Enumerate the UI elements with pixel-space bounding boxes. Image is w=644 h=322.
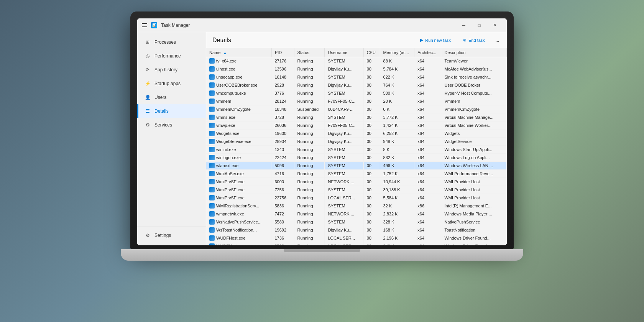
table-row[interactable]: tv_x64.exe 27176 Running SYSTEM 00 88 K … xyxy=(206,57,507,65)
sidebar-item-settings[interactable]: ⚙ Settings xyxy=(137,228,206,242)
col-header-arch[interactable]: Architec... xyxy=(414,48,441,57)
sidebar-item-details[interactable]: ☰ Details xyxy=(137,104,206,118)
cell-memory: 832 K xyxy=(380,154,414,162)
sidebar: ⊞ Processes ◷ Performance ⟳ App history xyxy=(137,32,206,245)
performance-icon: ◷ xyxy=(145,53,151,59)
maximize-button[interactable]: □ xyxy=(472,20,487,31)
table-row[interactable]: WUDFHost.exe 2528 Running LOCAL SER... 0… xyxy=(206,242,507,246)
cell-desc: Vmmem xyxy=(441,97,507,105)
process-icon xyxy=(209,107,215,112)
table-row[interactable]: UserOOBEBroker.exe 2928 Running Digvijay… xyxy=(206,81,507,89)
process-icon xyxy=(209,195,215,200)
cell-memory: 3,772 K xyxy=(380,113,414,122)
process-icon xyxy=(209,219,215,225)
app-title: Task Manager xyxy=(161,23,190,28)
process-table-container[interactable]: Name ▲ PID Status Username CPU Memory (a… xyxy=(206,48,507,245)
close-button[interactable]: ✕ xyxy=(487,20,502,31)
cell-arch: x64 xyxy=(414,194,441,202)
table-row[interactable]: wmpnetwk.exe 7472 Running NETWORK ... 00… xyxy=(206,210,507,218)
more-options-button[interactable]: ... xyxy=(494,36,501,44)
col-header-desc[interactable]: Description xyxy=(441,48,507,57)
cell-pid: 19600 xyxy=(271,130,294,138)
cell-name: vmms.exe xyxy=(206,113,271,121)
app-history-icon: ⟳ xyxy=(145,67,151,73)
process-table: Name ▲ PID Status Username CPU Memory (a… xyxy=(206,48,507,245)
table-row[interactable]: wlanext.exe 5096 Running SYSTEM 00 496 K… xyxy=(206,162,507,170)
cell-name: winlogon.exe xyxy=(206,154,271,161)
process-icon xyxy=(209,58,215,64)
cell-username: SYSTEM xyxy=(325,154,363,162)
table-row[interactable]: vmms.exe 3728 Running SYSTEM 00 3,772 K … xyxy=(206,113,507,122)
cell-status: Running xyxy=(294,178,325,186)
cell-memory: 764 K xyxy=(380,81,414,89)
table-row[interactable]: WsNativePushService... 5580 Running SYST… xyxy=(206,218,507,226)
cell-status: Running xyxy=(294,162,325,170)
table-row[interactable]: wininit.exe 1340 Running SYSTEM 00 8 K x… xyxy=(206,146,507,154)
table-row[interactable]: Widgets.exe 19600 Running Digvijay Ku...… xyxy=(206,130,507,138)
sidebar-item-app-history[interactable]: ⟳ App history xyxy=(137,63,206,77)
cell-status: Running xyxy=(294,113,325,122)
table-row[interactable]: vmmem 28124 Running F709FF05-C... 00 20 … xyxy=(206,97,507,105)
laptop-hinge xyxy=(284,249,360,252)
cell-cpu: 00 xyxy=(363,162,380,170)
table-row[interactable]: vmmemCmZygote 18348 Suspended 00B4CAF9-.… xyxy=(206,105,507,113)
cell-arch: x64 xyxy=(414,226,441,234)
cell-pid: 5580 xyxy=(271,218,294,226)
minimize-button[interactable]: ─ xyxy=(456,20,472,31)
sidebar-item-performance[interactable]: ◷ Performance xyxy=(137,49,206,63)
end-task-button[interactable]: ⊗ End task xyxy=(460,36,488,44)
cell-name: wlanext.exe xyxy=(206,162,271,169)
cell-memory: 1,424 K xyxy=(380,122,414,130)
sidebar-item-processes[interactable]: ⊞ Processes xyxy=(137,35,206,49)
process-name: winlogon.exe xyxy=(216,155,241,160)
table-row[interactable]: WmiPrvSE.exe 6000 Running NETWORK ... 00… xyxy=(206,178,507,186)
cell-arch: x64 xyxy=(414,186,441,194)
cell-name: vmwp.exe xyxy=(206,122,271,129)
col-header-pid[interactable]: PID xyxy=(271,48,294,57)
run-new-task-button[interactable]: ▶ Run new task xyxy=(417,36,454,44)
process-name: wininit.exe xyxy=(216,147,236,152)
table-row[interactable]: WidgetService.exe 28904 Running Digvijay… xyxy=(206,138,507,146)
cell-status: Running xyxy=(294,81,325,89)
sidebar-item-startup-apps[interactable]: ⚡ Startup apps xyxy=(137,77,206,90)
cell-name: wininit.exe xyxy=(206,146,271,153)
col-header-memory[interactable]: Memory (ac... xyxy=(380,48,414,57)
table-row[interactable]: vmcompute.exe 3776 Running SYSTEM 00 500… xyxy=(206,89,507,97)
menu-button[interactable] xyxy=(142,23,147,27)
cell-memory: 328 K xyxy=(380,218,414,226)
table-row[interactable]: WMIRegistrationServ... 5836 Running SYST… xyxy=(206,202,507,210)
cell-memory: 6,252 K xyxy=(380,130,414,138)
col-header-status[interactable]: Status xyxy=(294,48,325,57)
col-header-name[interactable]: Name ▲ xyxy=(206,48,271,57)
cell-cpu: 00 xyxy=(363,89,380,97)
cell-desc: Virtual Machine Manage... xyxy=(441,113,507,122)
table-row[interactable]: WUDFHost.exe 1736 Running LOCAL SER... 0… xyxy=(206,234,507,242)
table-row[interactable]: WmiPrvSE.exe 22756 Running LOCAL SER... … xyxy=(206,194,507,202)
cell-desc: NativePushService xyxy=(441,218,507,226)
cell-username: Digvijay Ku... xyxy=(325,130,363,138)
table-row[interactable]: uihost.exe 13596 Running Digvijay Ku... … xyxy=(206,65,507,73)
table-row[interactable]: WmiPrvSE.exe 7256 Running SYSTEM 00 39,1… xyxy=(206,186,507,194)
cell-pid: 6000 xyxy=(271,178,294,186)
table-header-row: Name ▲ PID Status Username CPU Memory (a… xyxy=(206,48,507,57)
cell-pid: 27176 xyxy=(271,57,294,65)
sidebar-item-services[interactable]: ⚙ Services xyxy=(137,118,206,132)
cell-pid: 28904 xyxy=(271,138,294,146)
col-header-username[interactable]: Username xyxy=(325,48,363,57)
cell-arch: x64 xyxy=(414,89,441,97)
process-name: vmmem xyxy=(216,99,231,104)
table-row[interactable]: WmiApSrv.exe 4716 Running SYSTEM 00 1,75… xyxy=(206,170,507,178)
sidebar-item-users[interactable]: 👤 Users xyxy=(137,90,206,104)
task-manager-window: 📊 Task Manager ─ □ ✕ ⊞ Pro xyxy=(137,18,507,245)
cell-pid: 4716 xyxy=(271,170,294,178)
cell-username: F709FF05-C... xyxy=(325,97,363,105)
table-row[interactable]: unsecapp.exe 16148 Running SYSTEM 00 622… xyxy=(206,73,507,81)
table-row[interactable]: WsToastNotification... 19692 Running Dig… xyxy=(206,226,507,234)
process-name: wlanext.exe xyxy=(216,163,238,168)
cell-arch: x64 xyxy=(414,138,441,146)
table-row[interactable]: vmwp.exe 26036 Running F709FF05-C... 00 … xyxy=(206,122,507,130)
cell-status: Running xyxy=(294,65,325,73)
col-header-cpu[interactable]: CPU xyxy=(363,48,380,57)
cell-memory: 5,784 K xyxy=(380,65,414,73)
table-row[interactable]: winlogon.exe 22424 Running SYSTEM 00 832… xyxy=(206,154,507,162)
